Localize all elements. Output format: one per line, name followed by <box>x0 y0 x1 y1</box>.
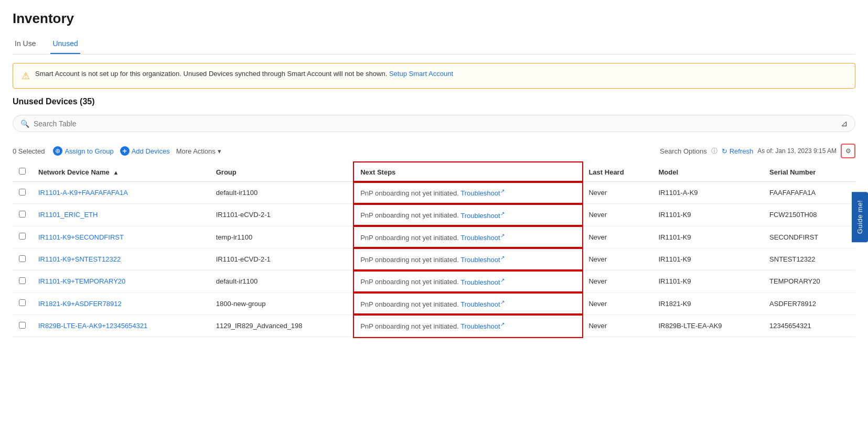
row-checkbox-6[interactable] <box>19 322 26 329</box>
tabs-container: In Use Unused <box>13 35 855 55</box>
troubleshoot-link-6[interactable]: Troubleshoot↗ <box>460 322 504 330</box>
row-model-0: IR1101-A-K9 <box>652 182 763 204</box>
row-checkbox-4[interactable] <box>19 277 26 284</box>
devices-table: Network Device Name ▲ Group Next Steps L… <box>13 162 855 337</box>
next-steps-text-1: PnP onboarding not yet initiated. <box>360 212 460 220</box>
row-serial-6: 12345654321 <box>763 314 855 337</box>
row-model-4: IR1101-K9 <box>652 270 763 292</box>
more-actions-button[interactable]: More Actions ▾ <box>176 147 221 155</box>
row-serial-5: ASDFER78912 <box>763 292 855 314</box>
row-model-1: IR1101-K9 <box>652 204 763 226</box>
external-link-icon-5: ↗ <box>500 299 505 305</box>
troubleshoot-link-0[interactable]: Troubleshoot↗ <box>460 189 504 197</box>
table-row: IR1821-K9+ASDFER78912 1800-new-group PnP… <box>13 292 855 314</box>
filter-icon[interactable]: ⊿ <box>841 118 848 128</box>
row-group-5: 1800-new-group <box>210 292 354 314</box>
external-link-icon-2: ↗ <box>500 233 505 238</box>
row-last-heard-6: Never <box>582 314 652 337</box>
row-last-heard-2: Never <box>582 226 652 248</box>
col-header-model: Model <box>652 162 763 182</box>
toolbar-right: Search Options ⓘ ↻ Refresh As of: Jan 13… <box>660 144 855 158</box>
tab-in-use[interactable]: In Use <box>13 35 38 54</box>
row-group-2: temp-ir1100 <box>210 226 354 248</box>
row-serial-0: FAAFAFAFA1A <box>763 182 855 204</box>
row-checkbox-cell-0 <box>13 182 32 204</box>
row-checkbox-cell-3 <box>13 248 32 270</box>
refresh-button[interactable]: ↻ Refresh <box>722 147 754 155</box>
device-link-2[interactable]: IR1101-K9+SECONDFIRST <box>38 233 124 241</box>
troubleshoot-link-3[interactable]: Troubleshoot↗ <box>460 256 504 264</box>
row-checkbox-5[interactable] <box>19 299 26 306</box>
row-next-steps-6: PnP onboarding not yet initiated. Troubl… <box>354 314 582 337</box>
assign-to-group-button[interactable]: ⊕ Assign to Group <box>53 146 113 156</box>
device-link-0[interactable]: IR1101-A-K9+FAAFAFAFA1A <box>38 189 128 197</box>
as-of-label: As of: Jan 13, 2023 9:15 AM <box>757 147 837 155</box>
next-steps-text-6: PnP onboarding not yet initiated. <box>360 322 460 330</box>
external-link-icon-0: ↗ <box>500 188 505 194</box>
row-group-6: 1129_IR829_Advanced_198 <box>210 314 354 337</box>
row-device-name-1: IR1101_ERIC_ETH <box>32 204 210 226</box>
warning-icon: ⚠ <box>22 70 30 82</box>
row-last-heard-0: Never <box>582 182 652 204</box>
next-steps-text-0: PnP onboarding not yet initiated. <box>360 189 460 197</box>
device-link-4[interactable]: IR1101-K9+TEMPORARY20 <box>38 277 125 285</box>
guide-me-button[interactable]: Guide me! <box>852 192 868 242</box>
table-row: IR1101-A-K9+FAAFAFAFA1A default-ir1100 P… <box>13 182 855 204</box>
row-checkbox-cell-4 <box>13 270 32 292</box>
select-all-checkbox[interactable] <box>19 168 26 175</box>
col-header-serial: Serial Number <box>763 162 855 182</box>
table-row: IR829B-LTE-EA-AK9+12345654321 1129_IR829… <box>13 314 855 337</box>
selected-count: 0 Selected <box>13 147 45 155</box>
row-model-6: IR829B-LTE-EA-AK9 <box>652 314 763 337</box>
row-checkbox-1[interactable] <box>19 211 26 218</box>
troubleshoot-link-4[interactable]: Troubleshoot↗ <box>460 278 504 286</box>
device-link-5[interactable]: IR1821-K9+ASDFER78912 <box>38 300 122 308</box>
row-checkbox-3[interactable] <box>19 255 26 262</box>
device-link-3[interactable]: IR1101-K9+SNTEST12322 <box>38 255 121 263</box>
row-next-steps-3: PnP onboarding not yet initiated. Troubl… <box>354 248 582 270</box>
alert-message: Smart Account is not set up for this org… <box>35 70 387 78</box>
row-serial-1: FCW2150TH08 <box>763 204 855 226</box>
next-steps-text-4: PnP onboarding not yet initiated. <box>360 278 460 286</box>
row-device-name-3: IR1101-K9+SNTEST12322 <box>32 248 210 270</box>
row-next-steps-1: PnP onboarding not yet initiated. Troubl… <box>354 204 582 226</box>
tab-unused[interactable]: Unused <box>50 35 80 54</box>
table-row: IR1101-K9+SNTEST12322 IR1101-eCVD-2-1 Pn… <box>13 248 855 270</box>
row-group-4: default-ir1100 <box>210 270 354 292</box>
search-icon: 🔍 <box>20 120 29 128</box>
troubleshoot-link-2[interactable]: Troubleshoot↗ <box>460 234 504 242</box>
table-row: IR1101_ERIC_ETH IR1101-eCVD-2-1 PnP onbo… <box>13 204 855 226</box>
row-checkbox-2[interactable] <box>19 233 26 240</box>
row-last-heard-3: Never <box>582 248 652 270</box>
device-link-1[interactable]: IR1101_ERIC_ETH <box>38 211 98 219</box>
add-icon: + <box>120 146 130 156</box>
row-group-0: default-ir1100 <box>210 182 354 204</box>
row-next-steps-2: PnP onboarding not yet initiated. Troubl… <box>354 226 582 248</box>
toolbar: 0 Selected ⊕ Assign to Group + Add Devic… <box>13 139 855 162</box>
next-steps-text-3: PnP onboarding not yet initiated. <box>360 256 460 264</box>
troubleshoot-link-5[interactable]: Troubleshoot↗ <box>460 300 504 308</box>
search-input[interactable] <box>34 120 837 128</box>
col-header-next-steps: Next Steps <box>354 162 582 182</box>
search-bar: 🔍 ⊿ <box>13 115 855 132</box>
gear-icon: ⚙ <box>845 147 851 155</box>
setup-smart-account-link[interactable]: Setup Smart Account <box>389 70 453 78</box>
smart-account-alert: ⚠ Smart Account is not set up for this o… <box>13 63 855 89</box>
row-next-steps-5: PnP onboarding not yet initiated. Troubl… <box>354 292 582 314</box>
troubleshoot-link-1[interactable]: Troubleshoot↗ <box>460 212 504 220</box>
device-link-6[interactable]: IR829B-LTE-EA-AK9+12345654321 <box>38 322 147 330</box>
row-last-heard-4: Never <box>582 270 652 292</box>
row-serial-3: SNTEST12322 <box>763 248 855 270</box>
row-checkbox-0[interactable] <box>19 189 26 196</box>
row-device-name-2: IR1101-K9+SECONDFIRST <box>32 226 210 248</box>
col-header-group: Group <box>210 162 354 182</box>
add-devices-button[interactable]: + Add Devices <box>120 146 170 156</box>
external-link-icon-1: ↗ <box>500 210 505 216</box>
row-checkbox-cell-5 <box>13 292 32 314</box>
col-header-name: Network Device Name ▲ <box>32 162 210 182</box>
select-all-checkbox-cell <box>13 162 32 182</box>
external-link-icon-6: ↗ <box>500 321 505 327</box>
row-last-heard-5: Never <box>582 292 652 314</box>
refresh-icon: ↻ <box>722 147 727 155</box>
settings-button[interactable]: ⚙ <box>841 144 855 158</box>
